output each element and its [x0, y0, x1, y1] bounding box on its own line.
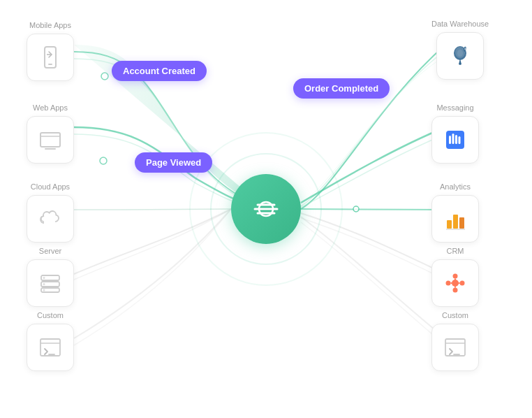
svg-point-1	[101, 73, 108, 80]
data-warehouse-label: Data Warehouse	[431, 20, 489, 28]
svg-rect-33	[453, 215, 458, 229]
svg-rect-29	[452, 134, 455, 144]
custom-dest-box	[431, 324, 479, 371]
crm-label: CRM	[446, 247, 464, 255]
svg-rect-45	[445, 339, 465, 356]
mobile-apps-label: Mobile Apps	[29, 21, 71, 29]
center-hub[interactable]	[231, 174, 301, 244]
dest-messaging[interactable]: Messaging	[431, 103, 479, 164]
custom-source-label: Custom	[37, 311, 64, 319]
custom-source-box	[27, 324, 74, 371]
cloud-apps-box	[27, 195, 74, 243]
web-apps-label: Web Apps	[33, 103, 68, 112]
dest-custom[interactable]: Custom	[431, 311, 479, 371]
web-apps-box	[27, 116, 74, 164]
analytics-label: Analytics	[440, 182, 471, 191]
svg-point-25	[464, 48, 467, 50]
svg-point-0	[353, 206, 359, 212]
order-completed-badge[interactable]: Order Completed	[293, 78, 390, 99]
source-custom[interactable]: Custom	[27, 311, 74, 371]
server-label: Server	[39, 247, 61, 255]
source-web-apps[interactable]: Web Apps	[27, 103, 74, 164]
svg-rect-28	[449, 136, 451, 144]
dest-analytics[interactable]: Analytics	[431, 182, 479, 243]
source-cloud-apps[interactable]: Cloud Apps	[27, 182, 74, 243]
data-warehouse-box	[436, 32, 484, 80]
svg-rect-10	[40, 133, 60, 147]
analytics-box	[431, 195, 479, 243]
source-mobile-apps[interactable]: Mobile Apps	[27, 21, 74, 81]
dest-data-warehouse[interactable]: Data Warehouse	[431, 20, 489, 80]
svg-point-38	[453, 288, 458, 293]
svg-point-40	[460, 281, 465, 286]
messaging-box	[431, 116, 479, 164]
svg-rect-20	[40, 339, 60, 356]
diagram-container: Account Created Page Viewed Order Comple…	[0, 0, 532, 418]
source-server[interactable]: Server	[27, 247, 74, 307]
svg-point-39	[446, 281, 451, 286]
cloud-apps-label: Cloud Apps	[31, 182, 70, 191]
svg-point-2	[100, 157, 107, 164]
svg-rect-34	[459, 217, 464, 229]
crm-box	[431, 259, 479, 307]
svg-rect-31	[459, 136, 461, 144]
messaging-label: Messaging	[436, 103, 473, 112]
svg-point-17	[43, 277, 45, 279]
svg-point-19	[43, 289, 45, 291]
svg-rect-32	[447, 220, 452, 229]
svg-point-18	[43, 283, 45, 285]
svg-point-37	[453, 274, 458, 279]
page-viewed-badge[interactable]: Page Viewed	[135, 152, 212, 173]
hub-icon	[249, 192, 283, 226]
account-created-badge[interactable]: Account Created	[112, 61, 207, 81]
dest-crm[interactable]: CRM	[431, 247, 479, 307]
svg-point-26	[457, 50, 463, 57]
svg-point-36	[452, 280, 459, 287]
custom-dest-label: Custom	[442, 311, 468, 319]
mobile-apps-box	[27, 34, 74, 81]
svg-rect-30	[455, 135, 457, 144]
server-box	[27, 259, 74, 307]
